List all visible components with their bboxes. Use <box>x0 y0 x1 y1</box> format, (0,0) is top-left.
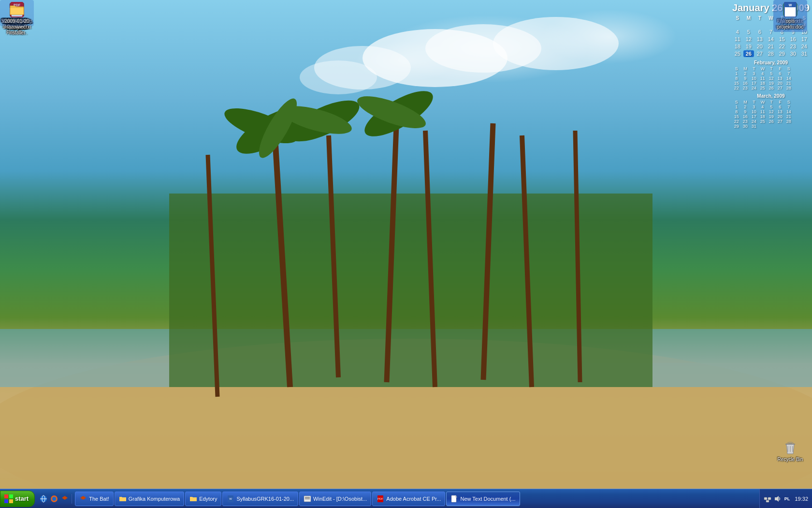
cal-day: 11 <box>732 36 743 43</box>
quicklaunch-firefox[interactable] <box>49 494 59 504</box>
svg-rect-206 <box>4 494 8 498</box>
cal-h: T <box>767 66 776 71</box>
cal-d: 27 <box>776 86 784 90</box>
cal-day: 17 <box>799 36 810 43</box>
cal-d: 2 <box>741 71 750 76</box>
cal-day: 28 <box>766 50 776 57</box>
cal-d: 12 <box>767 76 776 81</box>
cal-d: 13 <box>776 76 784 81</box>
svg-rect-219 <box>305 498 310 499</box>
start-label: start <box>15 495 29 502</box>
cal-h: M <box>741 100 750 105</box>
cal-h: S <box>732 100 741 105</box>
cal-d: 16 <box>741 81 750 86</box>
cal-d: 1 <box>732 105 741 109</box>
cal-d: 10 <box>750 76 758 81</box>
icon-opis-projektu[interactable]: W opis projektu.doc <box>773 0 807 32</box>
cal-d <box>776 124 784 129</box>
icon-recycle-bin[interactable]: Recycle Bin <box>773 438 807 464</box>
taskbar-item-winedit[interactable]: WinEdit - [D:\Osobist... <box>299 492 371 506</box>
tray-network-icon[interactable] <box>764 495 771 503</box>
cal-d: 25 <box>758 86 767 90</box>
cal-day: 12 <box>743 36 754 43</box>
cal-d <box>784 124 793 129</box>
cal-day: 14 <box>766 36 776 43</box>
tray-language-icon[interactable]: PL <box>783 495 791 503</box>
cal-d: 24 <box>750 86 758 90</box>
svg-rect-207 <box>9 494 13 498</box>
cal-d: 4 <box>758 71 767 76</box>
cal-day: 23 <box>788 43 798 50</box>
word-icon-r2: W <box>783 2 798 17</box>
cal-d: 28 <box>784 119 793 124</box>
taskbar-grafika-label: Grafika Komputerowa <box>129 496 180 502</box>
cal-h: F <box>776 66 784 71</box>
cal-d: 10 <box>750 109 758 114</box>
cal-d: 15 <box>732 81 741 86</box>
cal-day: 5 <box>743 29 754 35</box>
cal-d: 20 <box>776 81 784 86</box>
cal-h: S <box>732 66 741 71</box>
svg-line-227 <box>768 500 769 500</box>
svg-line-226 <box>766 500 768 500</box>
quicklaunch-ie[interactable] <box>39 494 48 504</box>
cal-d: 16 <box>741 114 750 119</box>
cal-d: 15 <box>732 114 741 119</box>
cal-d: 29 <box>732 124 741 129</box>
start-button[interactable]: start <box>0 491 35 507</box>
cal-d: 18 <box>758 114 767 119</box>
taskbar-item-thebat[interactable]: The Bat! <box>75 492 114 506</box>
cal-d: 23 <box>741 86 750 90</box>
cal-d: 3 <box>750 71 758 76</box>
cal-d: 22 <box>732 86 741 90</box>
cal-d: 14 <box>784 109 793 114</box>
svg-rect-2 <box>0 329 812 387</box>
svg-rect-208 <box>4 499 8 503</box>
cal-d: 27 <box>776 119 784 124</box>
cal-day: 22 <box>777 43 787 50</box>
feb-title: February, 2009 <box>732 60 810 65</box>
mar-grid: SMTWTFS 1234567 891011121314 15161718192… <box>732 100 810 129</box>
cal-d: 1 <box>732 71 741 76</box>
cal-h: W <box>758 66 767 71</box>
cal-d: 31 <box>750 124 758 129</box>
desktop: January 26, 2009 S M T W T F S 1 2 3 4 5… <box>0 0 812 489</box>
icon-folder-2009[interactable]: 2009-01-20 <box>0 0 34 26</box>
cal-day: 4 <box>732 29 743 35</box>
svg-rect-225 <box>766 500 769 502</box>
taskbar-item-edytory[interactable]: Edytory <box>185 492 221 506</box>
taskbar-item-grafika[interactable]: Grafika Komputerowa <box>115 492 184 506</box>
folder-2009-label: 2009-01-20 <box>4 18 29 24</box>
quicklaunch-thebat[interactable] <box>60 494 70 504</box>
svg-rect-223 <box>764 497 767 500</box>
svg-text:PDF: PDF <box>377 497 383 500</box>
tray-volume-icon[interactable] <box>773 495 781 503</box>
cal-d: 28 <box>784 86 793 90</box>
taskbar-item-adobe-acrobat[interactable]: PDF Adobe Acrobat CE Pr... <box>372 492 445 506</box>
mar-title: March, 2009 <box>732 93 810 99</box>
cal-h: F <box>776 100 784 105</box>
calendar-feb: February, 2009 SMTWTFS 1234567 891011121… <box>732 60 810 90</box>
calendar-mar: March, 2009 SMTWTFS 1234567 891011121314… <box>732 93 810 129</box>
sky-overlay <box>0 0 812 244</box>
cal-day: 15 <box>777 36 787 43</box>
cal-d: 12 <box>767 109 776 114</box>
cal-d: 5 <box>767 105 776 109</box>
cal-day: 30 <box>788 50 798 57</box>
cal-d: 21 <box>784 81 793 86</box>
cal-d: 8 <box>732 109 741 114</box>
cal-d: 19 <box>767 81 776 86</box>
taskbar-item-new-text[interactable]: New Text Document (... <box>446 492 520 506</box>
taskbar-items: The Bat! Grafika Komputerowa Edytory W S… <box>37 492 759 506</box>
cal-h: T <box>750 66 758 71</box>
svg-text:W: W <box>789 3 792 7</box>
taskbar-syllabus-label: SyllabusGRK16-01-20... <box>236 496 294 502</box>
cal-d: 20 <box>776 114 784 119</box>
taskbar-adobe-label: Adobe Acrobat CE Pr... <box>386 496 441 502</box>
svg-point-0 <box>0 339 812 489</box>
svg-rect-218 <box>305 497 310 498</box>
taskbar-item-syllabus[interactable]: W SyllabusGRK16-01-20... <box>222 492 298 506</box>
cal-day <box>732 21 743 28</box>
cal-d: 9 <box>741 76 750 81</box>
cal-header-t1: T <box>754 15 765 21</box>
